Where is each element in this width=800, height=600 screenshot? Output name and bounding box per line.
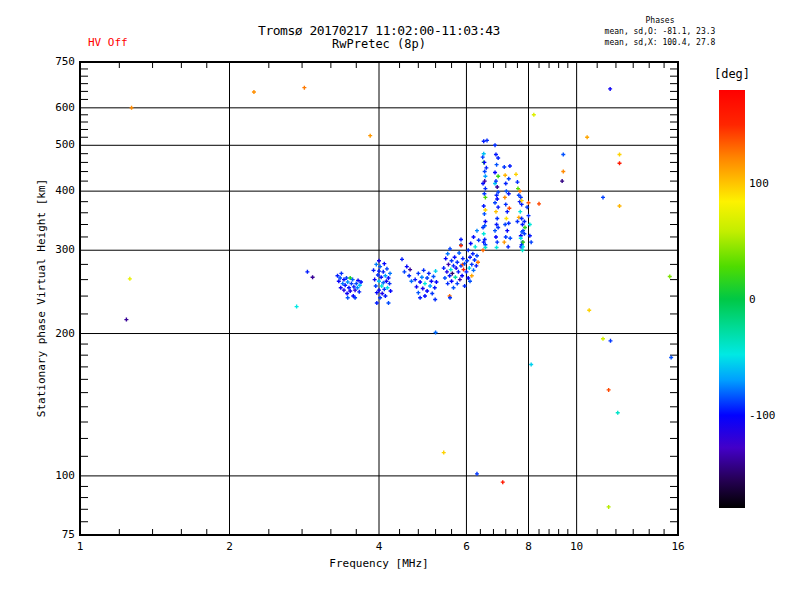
data-point [346, 280, 350, 284]
data-point [504, 235, 508, 239]
data-point [418, 280, 422, 284]
data-point [450, 279, 454, 283]
data-point [130, 106, 134, 110]
data-point [495, 217, 499, 221]
data-point [532, 113, 536, 117]
data-point [464, 270, 468, 274]
data-point [469, 241, 473, 245]
data-point [368, 134, 372, 138]
data-point [124, 318, 128, 322]
data-point [601, 337, 605, 341]
colorbar-unit-label: [deg] [705, 67, 759, 81]
data-point [305, 270, 309, 274]
data-point [423, 294, 427, 298]
data-point [374, 284, 378, 288]
data-point [427, 271, 431, 275]
data-point [618, 204, 622, 208]
data-point [470, 274, 474, 278]
data-point [389, 289, 393, 293]
data-point [377, 288, 381, 292]
data-point [502, 240, 506, 244]
data-point [496, 174, 500, 178]
data-point [483, 187, 487, 191]
data-point [482, 212, 486, 216]
scatter-points [124, 86, 673, 509]
data-point [355, 286, 359, 290]
data-point [357, 290, 361, 294]
data-point [493, 229, 497, 233]
data-point [518, 210, 522, 214]
data-point [128, 277, 132, 281]
data-point [503, 195, 507, 199]
data-point [472, 235, 476, 239]
data-point [405, 265, 409, 269]
data-point [386, 301, 390, 305]
data-point [483, 246, 487, 250]
data-point [459, 243, 463, 247]
data-point [607, 388, 611, 392]
data-point [346, 296, 350, 300]
data-point [477, 238, 481, 242]
data-point [336, 274, 340, 278]
data-point [504, 189, 508, 193]
data-point [407, 274, 411, 278]
data-point [375, 291, 379, 295]
data-point [442, 451, 446, 455]
data-point [453, 275, 457, 279]
data-point [456, 270, 460, 274]
data-point [295, 305, 299, 309]
data-point [493, 143, 497, 147]
x-axis-title: Frequency [MHz] [279, 557, 479, 570]
data-point [495, 240, 499, 244]
data-point [483, 208, 487, 212]
data-point [482, 232, 486, 236]
data-point [482, 204, 486, 208]
data-point [446, 262, 450, 266]
data-point [475, 254, 479, 258]
data-point [668, 274, 672, 278]
data-point [504, 202, 508, 206]
data-point [377, 259, 381, 263]
data-point [455, 282, 459, 286]
data-point [379, 275, 383, 279]
data-point [481, 155, 485, 159]
data-point [423, 282, 427, 286]
data-point [460, 274, 464, 278]
data-point [494, 153, 498, 157]
data-point [342, 288, 346, 292]
data-point [529, 240, 533, 244]
data-point [382, 262, 386, 266]
data-point [481, 248, 485, 252]
data-point [482, 192, 486, 196]
data-point [416, 291, 420, 295]
data-point [506, 245, 510, 249]
data-point [434, 269, 438, 273]
data-point [425, 276, 429, 280]
data-point [529, 362, 533, 366]
colorbar-tick-label: 0 [749, 293, 789, 306]
data-point [420, 275, 424, 279]
data-point [527, 201, 531, 205]
data-point [473, 245, 477, 249]
data-point [561, 153, 565, 157]
data-point [527, 214, 531, 218]
data-point [502, 165, 506, 169]
data-point [413, 278, 417, 282]
data-point [433, 286, 437, 290]
data-point [430, 292, 434, 296]
data-point [372, 268, 376, 272]
data-point [474, 264, 478, 268]
data-point [483, 195, 487, 199]
x-tick-label: 10 [555, 541, 599, 553]
data-point [468, 255, 472, 259]
data-point [496, 205, 500, 209]
data-point [432, 274, 436, 278]
data-point [459, 238, 463, 242]
data-point [585, 135, 589, 139]
data-point [455, 260, 459, 264]
data-point [349, 282, 353, 286]
data-point [495, 163, 499, 167]
data-point [484, 166, 488, 170]
x-tick-label: 2 [208, 541, 252, 553]
data-point [450, 259, 454, 263]
